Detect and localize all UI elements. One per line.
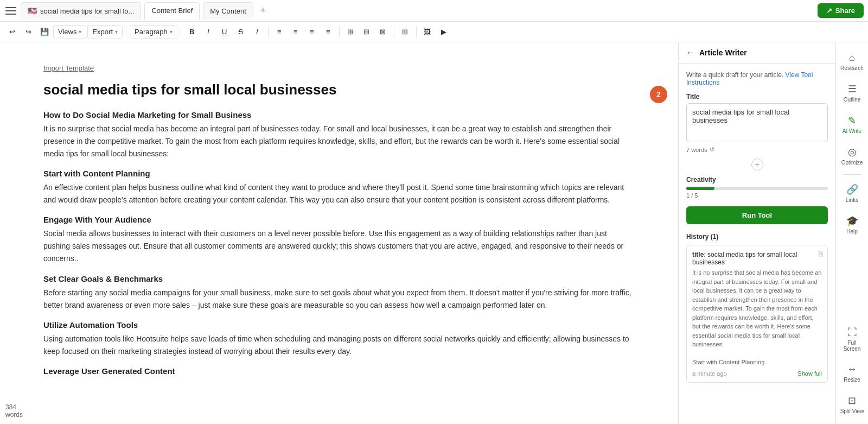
- sidebar-item-split-view-label: Split View: [840, 408, 864, 414]
- word-count-text: 7 words: [686, 147, 707, 153]
- toolbar-separator-2: [181, 27, 181, 37]
- underline-button[interactable]: U: [217, 24, 232, 40]
- creativity-slider[interactable]: [686, 187, 828, 190]
- right-panel: ← Article Writer Write a quick draft for…: [678, 42, 835, 424]
- italic-alt-button[interactable]: I: [250, 24, 265, 40]
- document-title: social media tips for small local busine…: [43, 81, 635, 99]
- section-heading-3: Set Clear Goals & Benchmarks: [43, 274, 635, 283]
- bold-button[interactable]: B: [184, 24, 200, 40]
- ai-write-icon: ✎: [848, 115, 856, 126]
- sidebar-item-fullscreen-label: Full Screen: [840, 340, 864, 352]
- toolbar-separator-6: [416, 27, 417, 37]
- sidebar-item-optimize[interactable]: ◎ Optimize: [838, 142, 866, 170]
- sidebar-item-research[interactable]: ⌂ Research: [838, 48, 866, 75]
- list-indent-button[interactable]: ⊠: [375, 24, 391, 40]
- history-time: a minute ago: [692, 370, 727, 377]
- sidebar-item-research-label: Research: [840, 65, 864, 71]
- outline-icon: ☰: [848, 83, 857, 95]
- sidebar-item-links[interactable]: 🔗 Links: [838, 179, 866, 207]
- research-icon: ⌂: [849, 52, 855, 64]
- views-dropdown[interactable]: Views ▾: [53, 25, 86, 39]
- export-label: Export: [92, 28, 113, 36]
- sidebar-item-ai-write-label: AI Write: [843, 128, 861, 134]
- refresh-icon[interactable]: ↺: [710, 146, 714, 153]
- tab-social-media-label: social media tips for small lo...: [40, 7, 134, 15]
- paragraph-0: It is no surprise that social media has …: [43, 123, 635, 160]
- panel-header: ← Article Writer: [679, 42, 835, 64]
- main-area: Import Template social media tips for sm…: [0, 42, 868, 424]
- history-card: ⎘ title: social media tips for small loc…: [686, 245, 828, 383]
- sidebar-item-links-label: Links: [846, 197, 858, 203]
- creativity-label: Creativity: [686, 176, 828, 183]
- paragraph-2: Social media allows businesses to intera…: [43, 227, 635, 265]
- numbered-list-button[interactable]: ⊟: [359, 24, 374, 40]
- section-heading-5: Leverage User Generated Content: [43, 366, 635, 376]
- sidebar-item-ai-write[interactable]: ✎ AI Write: [838, 110, 866, 138]
- share-button[interactable]: ↗ Share: [818, 3, 864, 18]
- panel-title: Article Writer: [699, 48, 747, 57]
- sidebar-item-help[interactable]: 🎓 Help: [838, 211, 866, 239]
- add-field-button[interactable]: +: [751, 159, 763, 170]
- paragraph-1: An effective content plan helps business…: [43, 181, 635, 206]
- title-input[interactable]: social media tips for small local busine…: [686, 103, 828, 142]
- strikethrough-button[interactable]: S: [233, 24, 248, 40]
- far-sidebar: ⌂ Research ☰ Outline ✎ AI Write ◎ Optimi…: [835, 42, 868, 424]
- table-button[interactable]: ⊞: [398, 24, 413, 40]
- optimize-icon: ◎: [848, 146, 857, 158]
- word-count-label: words: [5, 411, 23, 419]
- share-arrow-icon: ↗: [826, 7, 832, 15]
- hamburger-menu-icon[interactable]: [4, 4, 17, 17]
- editor-area[interactable]: Import Template social media tips for sm…: [0, 42, 678, 424]
- tab-content-brief-label: Content Brief: [151, 7, 193, 15]
- tab-my-content-label: My Content: [210, 7, 246, 15]
- flag-icon: 🇺🇸: [28, 7, 37, 15]
- show-full-link[interactable]: Show full: [797, 370, 822, 377]
- save-button[interactable]: 💾: [37, 24, 52, 40]
- comment-bubble[interactable]: 2: [650, 86, 667, 103]
- tab-my-content[interactable]: My Content: [203, 2, 253, 20]
- redo-button[interactable]: ↪: [21, 24, 36, 40]
- sidebar-item-outline[interactable]: ☰ Outline: [838, 79, 866, 107]
- sidebar-item-fullscreen[interactable]: ⛶ Full Screen: [838, 322, 866, 356]
- align-center-button[interactable]: ≡: [288, 24, 303, 40]
- sidebar-item-split-view[interactable]: ⊡ Split View: [838, 390, 866, 419]
- new-tab-button[interactable]: +: [257, 4, 270, 17]
- paragraph-4: Using automation tools like Hootsuite he…: [43, 333, 635, 358]
- paragraph-3: Before starting any social media campaig…: [43, 287, 635, 312]
- sidebar-item-resize[interactable]: ↔ Resize: [838, 359, 866, 387]
- section-heading-0: How to Do Social Media Marketing for Sma…: [43, 110, 635, 119]
- bullet-list-button[interactable]: ⊞: [343, 24, 358, 40]
- section-heading-2: Engage With Your Audience: [43, 215, 635, 224]
- topbar: 🇺🇸 social media tips for small lo... Con…: [0, 0, 868, 22]
- align-justify-button[interactable]: ≡: [321, 24, 336, 40]
- tab-content-brief[interactable]: Content Brief: [144, 2, 200, 20]
- word-count-number: 384: [5, 403, 16, 411]
- copy-icon[interactable]: ⎘: [819, 250, 823, 258]
- history-item-footer: a minute ago Show full: [692, 370, 822, 377]
- media-button[interactable]: ▶: [436, 24, 451, 40]
- undo-button[interactable]: ↩: [4, 24, 20, 40]
- tab-social-media[interactable]: 🇺🇸 social media tips for small lo...: [21, 2, 141, 20]
- toolbar-separator-1: [126, 27, 126, 37]
- views-label: Views: [58, 28, 76, 36]
- import-template-link[interactable]: Import Template: [43, 64, 635, 72]
- split-view-icon: ⊡: [848, 395, 856, 407]
- sidebar-separator: [843, 174, 862, 175]
- italic-button[interactable]: I: [201, 24, 216, 40]
- sidebar-item-help-label: Help: [846, 229, 858, 235]
- paragraph-dropdown[interactable]: Paragraph ▾: [130, 25, 177, 39]
- align-right-button[interactable]: ≡: [304, 24, 320, 40]
- word-count-footer: 384 words: [5, 403, 23, 419]
- run-tool-button[interactable]: Run Tool: [686, 206, 828, 224]
- export-dropdown[interactable]: Export ▾: [87, 25, 123, 39]
- history-item-title: title: social media tips for small local…: [692, 251, 822, 266]
- fullscreen-icon: ⛶: [847, 327, 857, 338]
- title-field-label: Title: [686, 93, 828, 100]
- back-arrow-icon[interactable]: ←: [686, 48, 695, 58]
- image-button[interactable]: 🖼: [420, 24, 435, 40]
- slider-track: [686, 187, 828, 190]
- share-label: Share: [835, 7, 855, 15]
- export-chevron-icon: ▾: [115, 29, 118, 35]
- sidebar-item-outline-label: Outline: [844, 97, 861, 103]
- align-left-button[interactable]: ≡: [272, 24, 287, 40]
